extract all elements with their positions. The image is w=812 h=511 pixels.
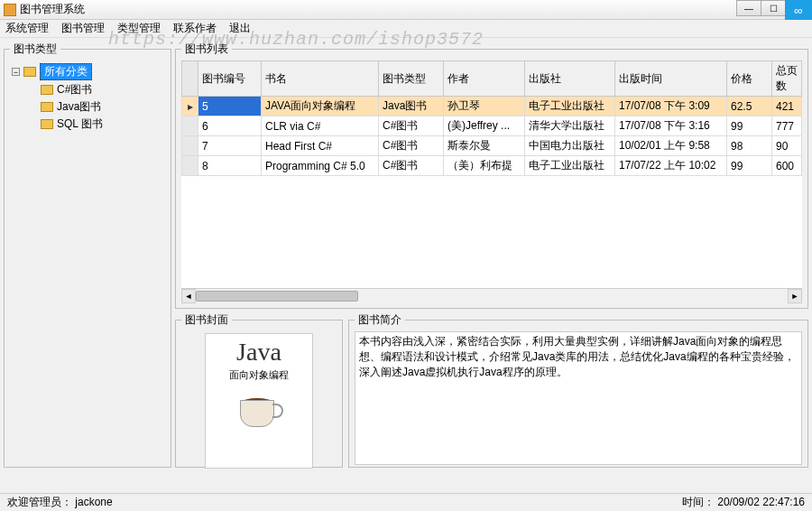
table-cell[interactable]: 421 xyxy=(772,97,802,116)
category-tree[interactable]: − 所有分类 C#图书 Java图书 SQL 图书 xyxy=(10,60,165,133)
table-cell[interactable]: 7 xyxy=(198,136,262,156)
scroll-right-icon[interactable]: ► xyxy=(788,289,802,303)
book-list-legend: 图书列表 xyxy=(181,42,232,57)
book-list-panel: 图书列表 图书编号 书名 图书类型 作者 xyxy=(175,42,808,309)
table-cell[interactable]: 777 xyxy=(772,116,802,136)
tree-item-label: SQL 图书 xyxy=(57,116,103,132)
app-icon xyxy=(4,4,16,16)
table-cell[interactable]: 中国电力出版社 xyxy=(525,136,615,156)
table-cell[interactable]: CLR via C# xyxy=(262,116,379,136)
menu-contact[interactable]: 联系作者 xyxy=(173,21,217,36)
table-row[interactable]: 8Programming C# 5.0C#图书（美）利布提电子工业出版社17/0… xyxy=(182,156,802,176)
status-right: 时间： 20/09/02 22:47:16 xyxy=(682,495,805,510)
table-cell[interactable]: (美)Jeffrey ... xyxy=(444,116,525,136)
table-cell[interactable]: 98 xyxy=(727,136,772,156)
folder-icon xyxy=(41,119,53,129)
tree-item-label: C#图书 xyxy=(57,82,92,98)
menu-books[interactable]: 图书管理 xyxy=(61,21,105,36)
tree-root-node[interactable]: − 所有分类 xyxy=(10,62,165,81)
col-date[interactable]: 出版时间 xyxy=(615,61,727,97)
window-title: 图书管理系统 xyxy=(20,2,85,17)
table-row[interactable]: 6CLR via C#C#图书(美)Jeffrey ...清华大学出版社17/0… xyxy=(182,116,802,136)
table-cell[interactable]: 99 xyxy=(727,156,772,176)
time-label: 时间： xyxy=(682,496,715,508)
tree-item-csharp[interactable]: C#图书 xyxy=(10,81,165,98)
tree-item-label: Java图书 xyxy=(57,99,101,115)
table-cell[interactable]: 17/07/08 下午 3:16 xyxy=(615,116,727,136)
table-cell[interactable]: Java图书 xyxy=(379,97,444,116)
book-cover-panel: 图书封面 Java 面向对象编程 xyxy=(175,312,343,468)
table-row[interactable]: ▸5JAVA面向对象编程Java图书孙卫琴电子工业出版社17/07/08 下午 … xyxy=(182,97,802,116)
menubar: 系统管理 图书管理 类型管理 联系作者 退出 xyxy=(0,20,812,38)
table-cell[interactable]: 6 xyxy=(198,116,262,136)
folder-icon xyxy=(41,85,53,95)
table-cell[interactable] xyxy=(182,116,198,136)
table-cell[interactable]: C#图书 xyxy=(379,136,444,156)
minimize-button[interactable]: — xyxy=(736,0,761,16)
description-legend: 图书简介 xyxy=(355,312,405,328)
statusbar: 欢迎管理员： jackone 时间： 20/09/02 22:47:16 xyxy=(0,493,812,511)
folder-icon xyxy=(23,67,36,77)
book-type-legend: 图书类型 xyxy=(10,42,60,57)
description-text: 本书内容由浅入深，紧密结合实际，利用大量典型实例，详细讲解Java面向对象的编程… xyxy=(355,331,802,465)
table-cell[interactable]: 孙卫琴 xyxy=(444,97,525,116)
book-type-panel: 图书类型 − 所有分类 C#图书 Java图书 SQL 图书 xyxy=(4,42,171,468)
time-value: 20/09/02 22:47:16 xyxy=(717,496,805,508)
table-cell[interactable]: 17/07/08 下午 3:09 xyxy=(615,97,727,116)
col-price[interactable]: 价格 xyxy=(727,61,772,97)
table-cell[interactable]: （美）利布提 xyxy=(444,156,525,176)
col-type[interactable]: 图书类型 xyxy=(379,61,444,97)
table-cell[interactable]: 17/07/22 上午 10:02 xyxy=(615,156,727,176)
table-cell[interactable]: 电子工业出版社 xyxy=(525,156,615,176)
scroll-left-icon[interactable]: ◄ xyxy=(181,289,196,303)
collapse-icon[interactable]: − xyxy=(12,68,20,76)
books-table[interactable]: 图书编号 书名 图书类型 作者 出版社 出版时间 价格 总页数 ▸5JAVA面向… xyxy=(181,60,802,176)
status-left: 欢迎管理员： jackone xyxy=(7,495,113,510)
table-row[interactable]: 7Head First C#C#图书斯泰尔曼中国电力出版社10/02/01 上午… xyxy=(182,136,802,156)
menu-types[interactable]: 类型管理 xyxy=(117,21,161,36)
table-cell[interactable]: Head First C# xyxy=(262,136,379,156)
horizontal-scrollbar[interactable]: ◄ ► xyxy=(181,288,802,302)
cover-subtitle: 面向对象编程 xyxy=(229,368,289,382)
folder-icon xyxy=(41,102,53,112)
table-cell[interactable]: C#图书 xyxy=(379,156,444,176)
scroll-thumb[interactable] xyxy=(196,291,358,302)
table-cell[interactable]: 清华大学出版社 xyxy=(525,116,615,136)
col-author[interactable]: 作者 xyxy=(444,61,525,97)
table-cell[interactable] xyxy=(182,156,198,176)
welcome-label: 欢迎管理员： xyxy=(7,496,72,508)
maximize-button[interactable]: ☐ xyxy=(761,0,786,16)
col-pages[interactable]: 总页数 xyxy=(772,61,802,97)
cover-title: Java xyxy=(236,338,281,367)
table-cell[interactable]: 5 xyxy=(198,97,262,116)
table-cell[interactable]: 99 xyxy=(727,116,772,136)
username: jackone xyxy=(75,496,112,508)
table-cell[interactable]: 斯泰尔曼 xyxy=(444,136,525,156)
col-publisher[interactable]: 出版社 xyxy=(525,61,615,97)
table-cell[interactable]: 90 xyxy=(772,136,802,156)
table-header-row: 图书编号 书名 图书类型 作者 出版社 出版时间 价格 总页数 xyxy=(182,61,802,97)
menu-system[interactable]: 系统管理 xyxy=(5,21,49,36)
titlebar: 图书管理系统 — ☐ ✕ ∞ xyxy=(0,0,812,20)
tree-item-sql[interactable]: SQL 图书 xyxy=(10,116,165,133)
tree-root-label[interactable]: 所有分类 xyxy=(40,63,92,80)
book-cover-image: Java 面向对象编程 xyxy=(205,333,313,469)
table-cell[interactable] xyxy=(182,136,198,156)
tree-item-java[interactable]: Java图书 xyxy=(10,98,165,116)
table-cell[interactable]: 10/02/01 上午 9:58 xyxy=(615,136,727,156)
table-cell[interactable]: C#图书 xyxy=(379,116,444,136)
corner-badge-icon: ∞ xyxy=(785,0,812,20)
table-cell[interactable]: Programming C# 5.0 xyxy=(262,156,379,176)
cover-legend: 图书封面 xyxy=(181,312,232,328)
table-cell[interactable]: 8 xyxy=(198,156,262,176)
col-name[interactable]: 书名 xyxy=(262,61,379,97)
book-description-panel: 图书简介 本书内容由浅入深，紧密结合实际，利用大量典型实例，详细讲解Java面向… xyxy=(348,312,808,468)
table-cell[interactable]: 62.5 xyxy=(727,97,772,116)
coffee-cup-icon xyxy=(236,391,281,434)
table-cell[interactable]: 600 xyxy=(772,156,802,176)
table-cell[interactable]: ▸ xyxy=(182,97,198,116)
menu-exit[interactable]: 退出 xyxy=(229,21,251,36)
table-cell[interactable]: JAVA面向对象编程 xyxy=(262,97,379,116)
table-cell[interactable]: 电子工业出版社 xyxy=(525,97,615,116)
col-id[interactable]: 图书编号 xyxy=(198,61,262,97)
